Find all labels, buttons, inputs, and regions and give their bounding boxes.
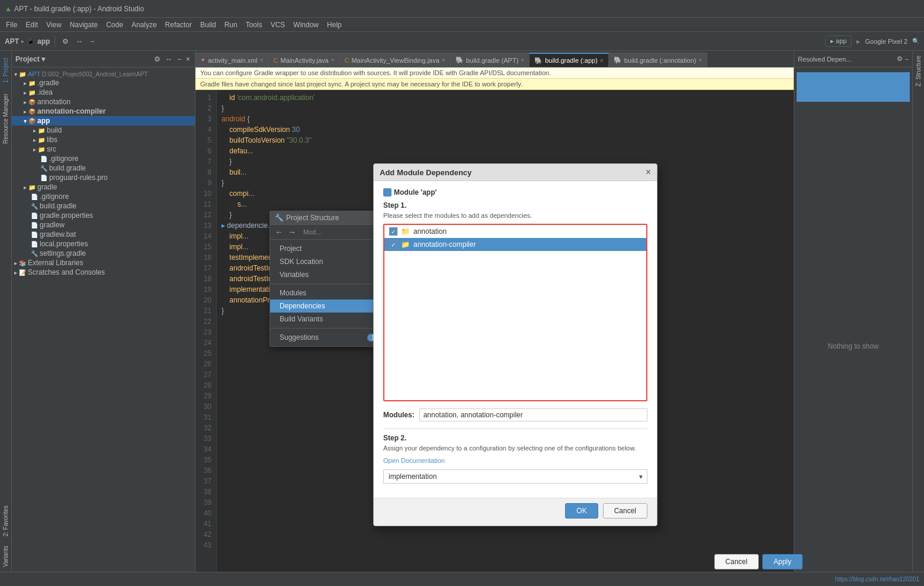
tree-gradlew[interactable]: 📄 gradlew [12,220,195,230]
menu-code[interactable]: Code [102,20,127,30]
tree-buildgradle-root[interactable]: 🔧 build.gradle [12,201,195,211]
sidebar-tab-project[interactable]: 1: Project [1,53,10,88]
tree-external-libs[interactable]: ▸ 📚 External Libraries [12,258,195,268]
right-panel-settings-icon[interactable]: ⚙ [897,55,903,63]
tree-local-properties[interactable]: 📄 local.properties [12,239,195,249]
tree-gitignore-root[interactable]: 📄 .gitignore [12,192,195,201]
tree-gradlew-bat[interactable]: 📄 gradlew.bat [12,230,195,239]
tree-label: local.properties [40,240,88,248]
folder-icon: 📁 [28,89,36,96]
ps-menu-suggestions[interactable]: Suggestions 1 [270,331,387,344]
tree-libs[interactable]: ▸ 📁 libs [12,135,195,144]
panel-minus-btn[interactable]: − [176,54,182,65]
tree-scratches[interactable]: ▸ 📝 Scratches and Consoles [12,268,195,277]
tab-build-apt[interactable]: 🐘 build.gradle (APT) × [451,53,530,67]
tree-gitignore-app[interactable]: 📄 .gitignore [12,154,195,163]
tab-close-btn[interactable]: × [600,57,604,64]
modules-field-input[interactable] [419,408,647,421]
tree-annotation[interactable]: ▸ 📦 annotation [12,97,195,107]
config-select[interactable]: implementation api compileOnly runtimeOn… [383,469,647,484]
menu-tools[interactable]: Tools [242,20,266,30]
tab-mainactivity[interactable]: C MainActivity.java × [269,53,340,67]
ps-menu-variables[interactable]: Variables [270,268,387,281]
tree-buildgradle-app[interactable]: 🔧 build.gradle [12,163,195,173]
variants-tab[interactable]: Variants [1,541,10,572]
module-list[interactable]: ✓ 📁 annotation ✓ 📁 annotation-compiler [383,224,647,401]
ps-menu-dependencies[interactable]: Dependencies [270,300,387,313]
amd-step2-desc: Assign your dependency to a configuratio… [383,445,647,452]
menu-refactor[interactable]: Refactor [162,20,195,30]
tree-label: gradle.properties [40,211,93,220]
module-label-annotation: annotation [413,227,447,236]
tree-proguard[interactable]: 📄 proguard-rules.pro [12,173,195,182]
tab-close-btn[interactable]: × [698,57,702,63]
sidebar-tab-resource[interactable]: Resource Manager [1,89,10,149]
ps-menu-build-variants[interactable]: Build Variants [270,313,387,326]
tab-close-btn[interactable]: × [331,57,335,63]
ps-cancel-btn[interactable]: Cancel [714,554,759,569]
tree-gradle-root[interactable]: ▸ 📁 gradle [12,182,195,192]
open-doc-link[interactable]: Open Documentation [383,457,445,464]
tree-build[interactable]: ▸ 📁 build [12,125,195,135]
amd-ok-btn[interactable]: OK [565,503,598,519]
menu-help[interactable]: Help [323,20,345,30]
ps-menu-sdk[interactable]: SDK Location [270,255,387,268]
ps-back-btn[interactable]: ← [275,227,283,237]
tree-annotation-compiler[interactable]: ▸ 📦 annotation-compiler [12,107,195,116]
ps-module-label: Mod... [303,228,322,236]
tree-settings-gradle[interactable]: 🔧 settings.gradle [12,249,195,258]
menu-edit[interactable]: Edit [22,20,41,30]
toolbar-settings-btn[interactable]: ⚙ [60,36,71,47]
config-select-wrapper: implementation api compileOnly runtimeOn… [383,469,647,484]
menu-window[interactable]: Window [290,20,322,30]
module-checkbox-annotation[interactable]: ✓ [389,227,397,236]
tab-viewbinding[interactable]: C MainActivity_ViewBinding.java × [340,53,451,67]
panel-settings-btn[interactable]: ⚙ [153,54,162,65]
panel-close-btn[interactable]: × [185,54,191,65]
z-structure-tab[interactable]: Z: Structure [914,51,923,91]
menu-run[interactable]: Run [221,20,241,30]
tab-build-annotation[interactable]: 🐘 build.gradle (:annotation) × [609,53,708,67]
menu-analyze[interactable]: Analyze [128,20,161,30]
tab-label: build.gradle (:app) [545,57,598,64]
tab-close-btn[interactable]: × [442,57,445,63]
scratch-icon: 📝 [19,269,26,276]
line-num: 41 [200,519,211,529]
tab-close-btn[interactable]: × [260,57,264,63]
ps-menu-project[interactable]: Project [270,242,387,255]
toolbar-search-icon[interactable]: 🔍 [912,38,919,44]
tree-root[interactable]: ▾ 📁 APT D:\002_Project\002_Android_Learn… [12,70,195,78]
amd-close-btn[interactable]: × [646,168,651,177]
line-num: 40 [200,508,211,519]
tab-build-app[interactable]: 🐘 build.gradle (:app) × [530,53,609,67]
line-num: 34 [200,444,211,455]
module-item-annotation[interactable]: ✓ 📁 annotation [384,225,646,238]
amd-cancel-btn[interactable]: Cancel [603,503,647,519]
menu-navigate[interactable]: Navigate [66,20,101,30]
menu-file[interactable]: File [2,20,21,30]
toolbar-sync-btn[interactable]: ↔ [73,36,85,47]
device-selector[interactable]: ▸ app [825,36,852,47]
module-item-compiler[interactable]: ✓ 📁 annotation-compiler [384,238,646,251]
ps-menu-modules[interactable]: Modules [270,286,387,300]
folder-icon: 📁 [38,127,45,134]
menu-build[interactable]: Build [197,20,220,30]
ps-forward-btn[interactable]: → [288,227,296,237]
tab-activity-main[interactable]: ✦ activity_main.xml × [195,53,269,67]
favorites-tab[interactable]: 2: Favorites [1,501,10,541]
panel-sync-btn[interactable]: ↔ [164,54,174,65]
tab-close-btn[interactable]: × [521,57,524,63]
expand-icon: ▸ [24,80,27,86]
module-checkbox-compiler[interactable]: ✓ [389,240,397,249]
menu-vcs[interactable]: VCS [267,20,289,30]
menu-view[interactable]: View [43,20,65,30]
toolbar-minus-btn[interactable]: − [88,36,97,47]
right-panel-minus-icon[interactable]: − [905,56,909,63]
tree-label: src [47,145,56,153]
tree-gradle-properties[interactable]: 📄 gradle.properties [12,211,195,220]
tree-app[interactable]: ▾ 📦 app [12,116,195,125]
tree-gradle[interactable]: ▸ 📁 .gradle [12,78,195,88]
tree-src[interactable]: ▸ 📁 src [12,144,195,154]
ps-apply-btn[interactable]: Apply [762,554,803,569]
tree-idea[interactable]: ▸ 📁 .idea [12,88,195,97]
